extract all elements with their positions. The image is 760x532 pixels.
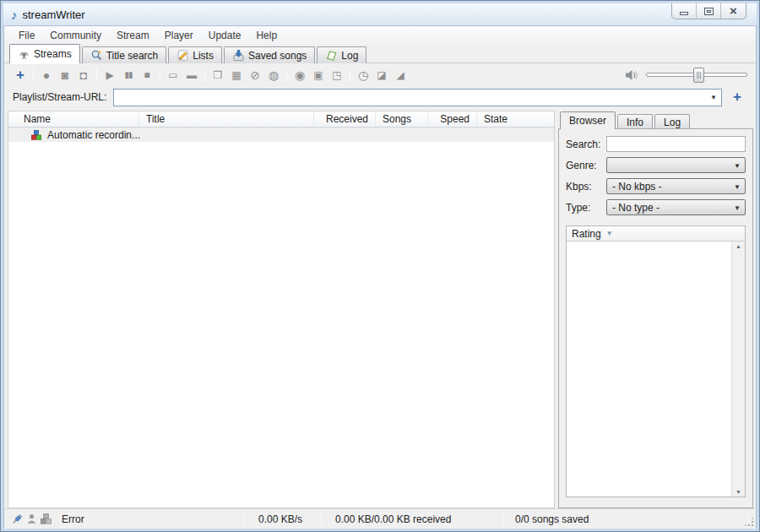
app-window: ♪ streamWriter × File Community Stream P… [0,0,760,532]
stop-record-icon: ◙ [62,68,68,82]
search-field-row: Search: [566,136,746,152]
status-segment-state: Error [4,509,244,529]
kbps-dropdown[interactable]: - No kbps - ▼ [606,178,746,194]
menu-stream[interactable]: Stream [109,28,157,43]
menu-bar: File Community Stream Player Update Help [4,26,756,44]
close-button[interactable]: × [721,3,746,19]
url-dropdown-arrow-icon[interactable]: ▼ [710,94,717,101]
genre-dropdown-arrow-icon: ▼ [734,162,741,170]
toolbar-separator [33,68,34,82]
tab-browser[interactable]: Browser [560,111,616,129]
type-dropdown[interactable]: - No type - ▼ [606,199,746,215]
add-stream-button[interactable]: + [11,66,30,84]
rating-list[interactable] [567,242,731,497]
browser-panel: Search: Genre: ▼ Kbps: - No kbps - [558,128,753,508]
pause-button[interactable]: ▮▮ [119,66,138,84]
stop-button[interactable]: ■ [138,66,156,84]
blacklist-button[interactable]: ⊘ [246,66,264,84]
menu-update[interactable]: Update [201,28,249,43]
type-value: - No type - [612,202,660,214]
url-row: Playlist/Stream-URL: ▼ + [4,86,756,108]
rating-list-box: Rating ▼ ▲ ▼ [566,225,746,497]
cleanup-button[interactable]: ◢ [391,66,410,84]
column-header-received[interactable]: Received [314,111,376,127]
cut-song-button[interactable]: ◉ [290,66,309,84]
menu-help[interactable]: Help [248,28,285,43]
minimize-button[interactable] [672,3,697,19]
rating-column-header[interactable]: Rating ▼ [567,226,745,242]
save-icon [232,49,245,62]
pause-record-icon: ◘ [80,68,87,82]
status-message: Error [62,513,84,525]
maximize-button[interactable] [697,3,721,19]
tab-saved-songs[interactable]: Saved songs [224,46,315,63]
resize-grip[interactable] [744,517,754,527]
auto-record-status-icon [40,513,52,525]
genre-field-row: Genre: ▼ [566,157,746,173]
column-header-state[interactable]: State [477,111,554,127]
app-music-note-icon: ♪ [11,8,18,21]
url-combobox: ▼ [113,89,722,106]
equalizer-button[interactable]: ▣ [309,66,328,84]
tab-streams[interactable]: Streams [9,44,80,63]
settings-icon: ◪ [377,68,386,82]
volume-slider-thumb[interactable] [693,68,704,83]
savelist-button[interactable]: ▦ [227,66,246,84]
menu-file[interactable]: File [11,28,42,43]
pause-record-button[interactable]: ◘ [74,66,93,84]
toolbar-separator [286,68,287,82]
broom-icon: ◢ [396,68,404,82]
copy-button[interactable]: ❐ [209,66,227,84]
toolbar-separator [160,68,160,82]
scroll-up-icon[interactable]: ▲ [736,243,741,249]
savelist-icon: ▦ [231,68,241,82]
titlebar[interactable]: ♪ streamWriter × [3,3,757,25]
remove-button[interactable]: ▬ [182,66,201,84]
toolbar-separator [96,68,97,82]
stop-record-button[interactable]: ◙ [56,66,74,84]
url-input[interactable] [113,89,722,106]
window-controls: × [671,3,746,19]
volume-control [625,69,747,81]
scroll-down-icon[interactable]: ▼ [736,489,741,495]
genre-dropdown[interactable]: ▼ [606,157,746,173]
url-add-button[interactable]: + [727,88,747,106]
streams-table: Name Title Received Songs Speed State Au… [8,111,555,508]
column-header-speed[interactable]: Speed [428,111,477,127]
tab-lists[interactable]: Lists [168,46,222,63]
stop-after-song-button[interactable]: ◍ [264,66,283,84]
menu-community[interactable]: Community [42,28,109,43]
type-label: Type: [566,202,606,214]
search-input[interactable] [606,136,746,152]
status-bar: Error 0.00 KB/s 0.00 KB/0.00 KB received… [4,508,756,529]
side-tab-bar: Browser Info Log [558,111,753,128]
main-area: Name Title Received Songs Speed State Au… [4,108,756,508]
table-row-name: Automatic recordin... [47,129,140,141]
speed-value: 0.00 KB/s [258,513,302,525]
tab-log[interactable]: Log [317,46,366,63]
stop-after-song-icon: ◍ [269,68,279,82]
menu-player[interactable]: Player [157,28,201,43]
column-header-title[interactable]: Title [139,111,314,127]
record-button[interactable]: ● [37,66,56,84]
tab-saved-songs-label: Saved songs [248,50,307,62]
table-empty-area[interactable] [8,142,554,508]
pause-icon: ▮▮ [124,68,132,82]
tab-log-side[interactable]: Log [654,114,690,129]
volume-slider[interactable] [646,73,747,77]
play-button[interactable]: ▶ [100,66,119,84]
column-header-songs[interactable]: Songs [376,111,428,127]
settings-button[interactable]: ◪ [372,66,391,84]
tab-info[interactable]: Info [617,114,653,129]
tab-title-search[interactable]: Title search [82,46,167,63]
import-button[interactable]: ◳ [328,66,346,84]
status-segment-received: 0.00 KB/0.00 KB received [322,509,502,529]
automatic-recording-blocks-icon [30,129,42,141]
close-icon: × [730,5,737,17]
table-row[interactable]: Automatic recordin... [8,128,554,142]
rename-button[interactable]: ▭ [164,66,182,84]
kbps-value: - No kbps - [612,181,662,193]
schedule-button[interactable]: ◷ [354,66,372,84]
rating-scrollbar[interactable]: ▲ ▼ [731,242,745,497]
column-header-name[interactable]: Name [8,111,139,127]
